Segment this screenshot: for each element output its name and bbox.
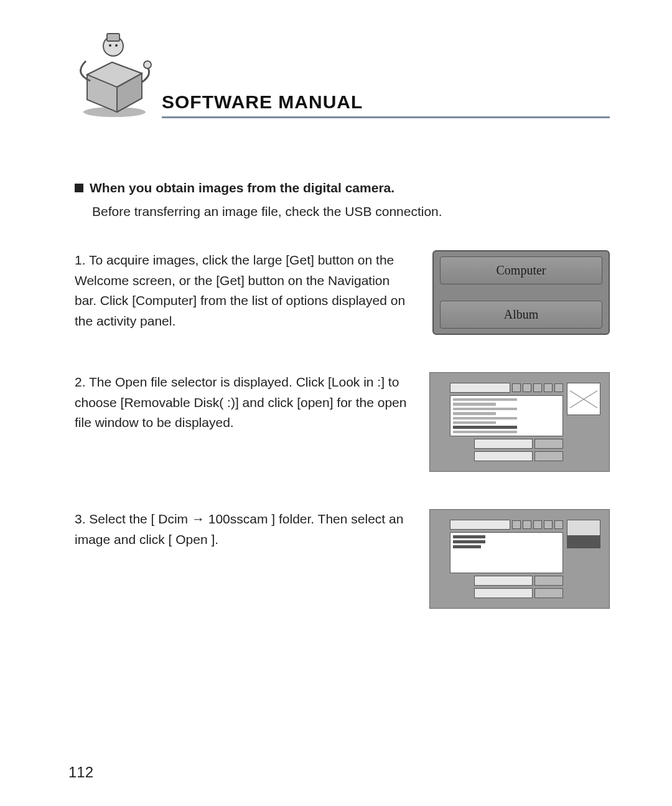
header: SOFTWARE MANUAL xyxy=(68,25,610,118)
svg-point-5 xyxy=(144,61,151,68)
mascot-icon xyxy=(68,25,156,118)
square-bullet-icon xyxy=(75,184,83,192)
section-heading: When you obtain images from the digital … xyxy=(90,180,394,195)
section-heading-row: When you obtain images from the digital … xyxy=(75,180,610,195)
no-preview-icon xyxy=(567,383,600,415)
computer-button: Computer xyxy=(440,256,602,284)
album-button: Album xyxy=(440,301,602,329)
title-area: SOFTWARE MANUAL xyxy=(162,91,610,118)
svg-point-3 xyxy=(109,44,111,47)
open-dialog-thumbnail xyxy=(429,372,610,472)
svg-rect-2 xyxy=(107,34,119,41)
step-1-text: 1. To acquire images, click the large [G… xyxy=(75,250,414,331)
step-2-illustration xyxy=(429,372,610,472)
page-number: 112 xyxy=(68,764,93,781)
step-2: 2. The Open file selector is displayed. … xyxy=(75,372,610,472)
step-3-text: 3. Select the [ Dcim → 100sscam ] folder… xyxy=(75,509,411,550)
step-3-illustration xyxy=(429,509,610,609)
title-rule xyxy=(162,116,610,118)
activity-panel: Computer Album xyxy=(432,250,610,335)
page: SOFTWARE MANUAL When you obtain images f… xyxy=(0,0,672,806)
preview-thumbnail-icon xyxy=(567,520,600,548)
open-dialog-thumbnail-2 xyxy=(429,509,610,609)
svg-point-4 xyxy=(115,44,118,47)
step-2-text: 2. The Open file selector is displayed. … xyxy=(75,372,411,433)
section-intro: Before transferring an image file, check… xyxy=(92,204,610,219)
step-3: 3. Select the [ Dcim → 100sscam ] folder… xyxy=(75,509,610,609)
section: When you obtain images from the digital … xyxy=(75,180,610,609)
step-1: 1. To acquire images, click the large [G… xyxy=(75,250,610,335)
step-1-illustration: Computer Album xyxy=(432,250,610,335)
page-title: SOFTWARE MANUAL xyxy=(162,91,610,113)
